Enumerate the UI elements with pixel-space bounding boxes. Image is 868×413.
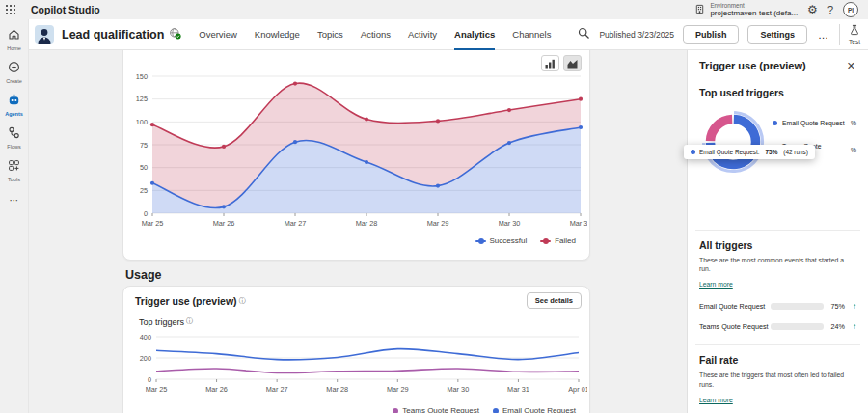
divider [839,24,840,45]
create-icon [8,60,20,77]
publish-button[interactable]: Publish [683,25,740,44]
top-triggers-donut-chart [699,108,767,176]
info-icon: ⓘ [186,317,193,324]
waffle-menu-icon[interactable] [0,0,21,19]
svg-text:Mar 27: Mar 27 [285,219,307,228]
chart-type-toolbar [541,55,582,71]
legend-teams-quote-request: Teams Quote Request [393,406,479,413]
tab-analytics[interactable]: Analytics [454,19,495,50]
svg-text:Mar 27: Mar 27 [266,385,288,394]
sidebar-item-agents[interactable]: Agents [0,93,29,117]
home-icon [8,27,20,44]
agents-bot-icon [8,93,20,110]
search-icon[interactable] [578,26,590,43]
svg-text:Apr 01: Apr 01 [568,385,587,394]
close-icon[interactable]: ✕ [846,60,856,72]
trigger-use-title: Trigger use (preview)ⓘ [135,295,246,307]
progress-bar [771,303,824,310]
environment-value: projectmaven-test (defa... [710,9,798,17]
tab-channels[interactable]: Channels [512,19,551,50]
runs-chart-legend: Successful Failed [475,236,576,245]
fail-rate-title: Fail rate [699,354,856,366]
runs-outcome-card: 0255075100125150Mar 25Mar 26Mar 27Mar 28… [122,50,590,261]
svg-text:Mar 30: Mar 30 [499,219,521,228]
settings-button[interactable]: Settings [747,25,807,44]
main-content: 0255075100125150Mar 25Mar 26Mar 27Mar 28… [29,50,687,413]
agent-avatar [35,25,54,44]
tab-actions[interactable]: Actions [361,19,391,50]
fail-rate-section: Fail rate These are the triggers that mo… [699,354,856,413]
svg-text:200: 200 [140,354,151,363]
sidebar-more-icon[interactable]: ⋯ [10,195,19,206]
svg-text:400: 400 [140,333,151,342]
svg-text:125: 125 [136,95,148,103]
sidebar-item-create[interactable]: Create [0,60,29,84]
tab-knowledge[interactable]: Knowledge [255,19,300,50]
divider [695,230,860,231]
flows-icon [8,125,20,143]
chart-type-area-button[interactable] [563,55,582,71]
sidebar-item-flows[interactable]: Flows [0,125,29,150]
usage-chart-legend: Teams Quote Request Email Quote Request [393,406,576,413]
all-triggers-desc: These are the most common events that st… [699,256,856,273]
published-status-icon [169,26,181,43]
see-details-button[interactable]: See details [527,292,582,309]
svg-text:0: 0 [144,209,148,218]
learn-more-link[interactable]: Learn more [699,281,733,288]
test-agent-button[interactable]: Test [849,23,860,46]
runs-area-chart: 0255075100125150Mar 25Mar 26Mar 27Mar 28… [125,70,587,236]
svg-text:50: 50 [140,163,148,172]
top-triggers-label: Top triggersⓘ [139,317,193,327]
top-app-bar: Copilot Studio Environment projectmaven-… [0,0,868,19]
info-icon: ⓘ [239,297,246,304]
learn-more-link[interactable]: Learn more [699,397,733,403]
svg-text:Mar 26: Mar 26 [205,385,228,394]
trend-up-icon: ↑ [845,322,856,331]
test-flask-icon [849,23,860,39]
sidebar-item-tools[interactable]: Tools [0,158,29,182]
tools-icon [8,158,20,176]
progress-bar [771,323,824,330]
tab-overview[interactable]: Overview [199,19,237,50]
top-triggers-line-chart: 0200400Mar 25Mar 26Mar 27Mar 28Mar 29Mar… [127,329,587,404]
svg-text:Mar 25: Mar 25 [146,385,168,394]
svg-text:75: 75 [140,141,148,150]
all-triggers-section: All triggers These are the most common e… [699,239,856,331]
svg-text:Mar 28: Mar 28 [326,385,348,394]
svg-text:Mar 29: Mar 29 [427,219,449,228]
donut-legend-email: Email Quote Request % [773,120,856,126]
svg-text:Mar 26: Mar 26 [213,219,235,228]
fail-rate-desc: These are the triggers that most often l… [699,371,856,388]
environment-picker[interactable]: Environment projectmaven-test (defa... [694,1,798,18]
header-more-icon[interactable]: … [816,29,830,41]
trigger-use-panel: Trigger use (preview) ✕ Top used trigger… [687,50,868,413]
published-date: Published 3/23/2025 [599,30,674,40]
app-title: Copilot Studio [31,4,100,15]
user-avatar[interactable]: PI [843,2,858,17]
usage-heading: Usage [125,268,162,282]
top-triggers-donut-block: Email Quote Request % Teams Quote Reques… [699,102,856,222]
legend-email-quote-request: Email Quote Request [493,406,576,413]
legend-successful: Successful [475,236,528,245]
donut-tooltip: Email Quote Request:75%(42 runs) [684,145,815,159]
top-used-triggers-heading: Top used triggers [699,87,856,98]
app-sidebar: Home Create Agents Flows Tools ⋯ [0,19,29,413]
settings-gear-icon[interactable]: ⚙ [807,3,818,16]
legend-failed: Failed [540,236,576,245]
help-icon[interactable]: ? [827,4,833,15]
tab-activity[interactable]: Activity [408,19,437,50]
svg-text:25: 25 [140,186,148,195]
trigger-use-card: Trigger use (preview)ⓘ See details Top t… [122,286,590,413]
environment-label: Environment [710,2,798,9]
chart-type-bar-button[interactable] [541,55,559,71]
divider [695,344,860,345]
environment-icon [694,1,705,18]
svg-text:Mar 30: Mar 30 [447,385,469,394]
svg-text:Mar 28: Mar 28 [356,219,378,228]
tab-topics[interactable]: Topics [317,19,343,50]
svg-text:100: 100 [136,118,148,126]
svg-text:150: 150 [136,72,148,81]
svg-text:Mar 31: Mar 31 [570,219,587,228]
trend-up-icon: ↑ [845,302,856,311]
sidebar-item-home[interactable]: Home [0,27,29,51]
